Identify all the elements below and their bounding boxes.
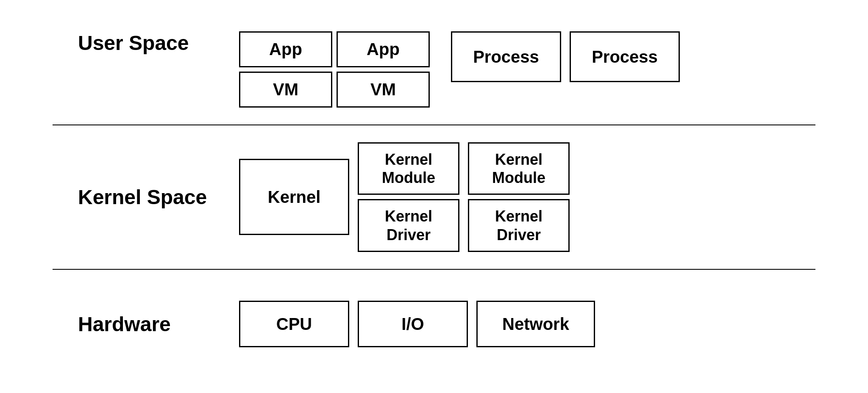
vm-box-1: VM — [239, 72, 332, 108]
io-box: I/O — [358, 301, 468, 347]
hardware-content: CPU I/O Network — [239, 301, 595, 347]
cpu-box: CPU — [239, 301, 349, 347]
vm-row: VM VM — [239, 72, 430, 108]
vm-box-2: VM — [337, 72, 430, 108]
vm-app-group: App App VM VM — [239, 31, 430, 108]
kernel-module-box-1: KernelModule — [358, 142, 459, 195]
diagram: User Space App App VM VM Process Process… — [53, 14, 815, 379]
process-box-2: Process — [570, 31, 680, 82]
hardware-layer: Hardware CPU I/O Network — [53, 270, 815, 379]
kernel-module-group-1: KernelModule KernelDriver — [358, 142, 459, 252]
app-row: App App — [239, 31, 430, 67]
process-box-1: Process — [451, 31, 561, 82]
app-box-1: App — [239, 31, 332, 67]
user-space-content: App App VM VM Process Process — [239, 31, 680, 108]
hardware-label: Hardware — [78, 313, 222, 336]
kernel-driver-box-1: KernelDriver — [358, 199, 459, 252]
kernel-group: Kernel KernelModule KernelDriver KernelM… — [239, 142, 570, 252]
kernel-driver-box-2: KernelDriver — [468, 199, 570, 252]
kernel-module-group-2: KernelModule KernelDriver — [468, 142, 570, 252]
kernel-space-content: Kernel KernelModule KernelDriver KernelM… — [239, 142, 570, 252]
kernel-space-label: Kernel Space — [78, 185, 222, 209]
user-space-label: User Space — [78, 31, 222, 55]
kernel-module-box-2: KernelModule — [468, 142, 570, 195]
app-box-2: App — [337, 31, 430, 67]
process-group: Process Process — [451, 31, 680, 82]
kernel-box: Kernel — [239, 159, 349, 235]
kernel-space-layer: Kernel Space Kernel KernelModule KernelD… — [53, 125, 815, 270]
user-space-layer: User Space App App VM VM Process Process — [53, 14, 815, 125]
network-box: Network — [476, 301, 595, 347]
